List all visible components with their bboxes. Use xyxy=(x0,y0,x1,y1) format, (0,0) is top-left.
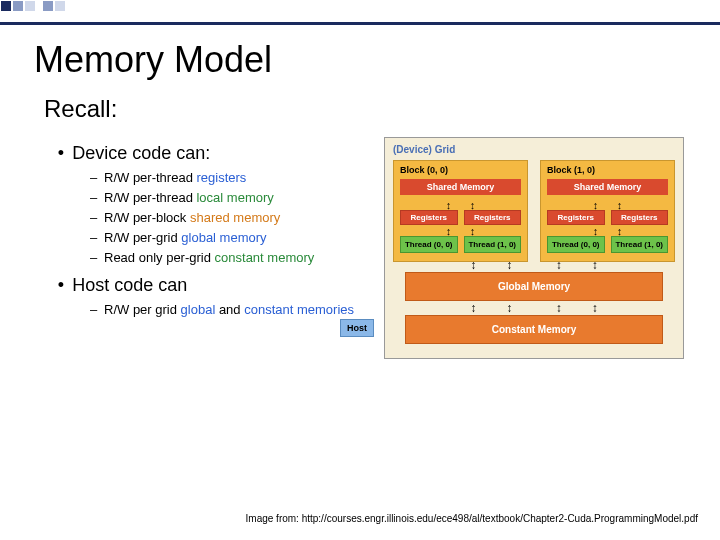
device-header: Device code can: xyxy=(72,143,210,163)
bullet-list: • Device code can: –R/W per-thread regis… xyxy=(54,137,364,359)
decoration-squares xyxy=(0,0,720,22)
memory-diagram: (Device) Grid Block (0, 0)Shared Memory↕… xyxy=(364,137,700,359)
slide-title: Memory Model xyxy=(34,39,720,81)
global-memory: Global Memory xyxy=(405,272,663,301)
grid-label: (Device) Grid xyxy=(393,144,675,155)
slide-subtitle: Recall: xyxy=(44,95,720,123)
image-source-footer: Image from: http://courses.engr.illinois… xyxy=(246,513,698,524)
host-header: Host code can xyxy=(72,275,187,295)
horizontal-rule xyxy=(0,22,720,25)
host-bullet: R/W per grid global and constant memorie… xyxy=(104,302,354,317)
constant-memory: Constant Memory xyxy=(405,315,663,344)
host-box: Host xyxy=(340,319,374,337)
